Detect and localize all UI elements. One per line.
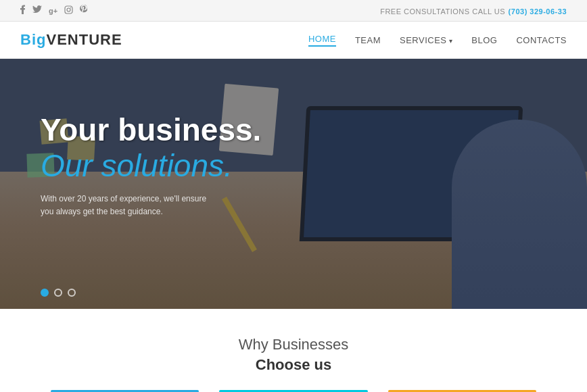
top-bar: g+ FREE CONSULTATIONS CALL US (703) 329-… bbox=[0, 0, 587, 22]
hero-section: Your business. Our solutions. With over … bbox=[0, 59, 587, 309]
slide-dot-3[interactable] bbox=[68, 289, 76, 297]
slide-dot-2[interactable] bbox=[54, 289, 62, 297]
instagram-icon[interactable] bbox=[64, 5, 73, 16]
google-plus-icon[interactable]: g+ bbox=[49, 7, 57, 15]
pinterest-icon[interactable] bbox=[80, 5, 87, 16]
hero-content: Your business. Our solutions. With over … bbox=[41, 113, 261, 218]
header: BigVENTURE HOME TEAM SERVICES BLOG CONTA… bbox=[0, 22, 587, 59]
hero-subtitle: With over 20 years of experience, we'll … bbox=[41, 193, 216, 218]
hero-title-2: Our solutions. bbox=[41, 147, 261, 185]
why-subtitle: Choose us bbox=[20, 356, 567, 374]
main-nav: HOME TEAM SERVICES BLOG CONTACTS bbox=[308, 34, 567, 47]
logo[interactable]: BigVENTURE bbox=[20, 31, 122, 49]
social-icons: g+ bbox=[20, 5, 87, 16]
logo-venture: VENTURE bbox=[46, 31, 122, 48]
nav-item-home[interactable]: HOME bbox=[308, 34, 336, 47]
nav-item-services[interactable]: SERVICES bbox=[400, 35, 452, 45]
svg-point-1 bbox=[67, 8, 70, 11]
nav-item-contacts[interactable]: CONTACTS bbox=[516, 35, 567, 45]
consultation-info: FREE CONSULTATIONS CALL US (703) 329-06-… bbox=[380, 5, 567, 17]
slide-dot-1[interactable] bbox=[41, 289, 49, 297]
consultation-text: FREE CONSULTATIONS CALL US bbox=[380, 7, 505, 16]
hero-title-1: Your business. bbox=[41, 113, 261, 147]
phone-number[interactable]: (703) 329-06-33 bbox=[509, 7, 567, 16]
facebook-icon[interactable] bbox=[20, 5, 26, 16]
svg-point-2 bbox=[70, 7, 71, 7]
logo-big: Big bbox=[20, 31, 46, 48]
twitter-icon[interactable] bbox=[32, 5, 42, 16]
nav-item-team[interactable]: TEAM bbox=[355, 35, 381, 45]
slide-indicators bbox=[41, 289, 76, 297]
why-section: Why Businesses Choose us bbox=[0, 309, 587, 392]
svg-rect-0 bbox=[65, 6, 72, 14]
nav-item-blog[interactable]: BLOG bbox=[471, 35, 497, 45]
why-title: Why Businesses bbox=[20, 336, 567, 353]
